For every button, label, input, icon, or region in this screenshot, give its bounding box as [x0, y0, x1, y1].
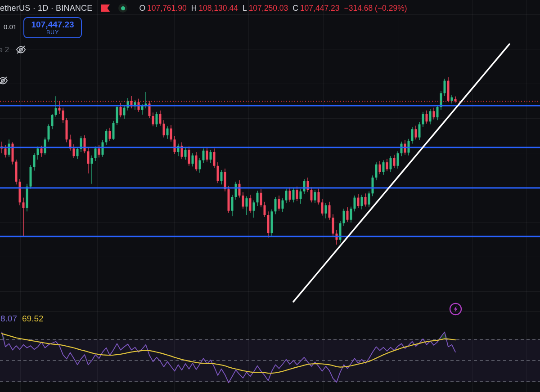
- rsi-ma-value-label: 69.52: [22, 314, 44, 324]
- lightning-icon: [448, 302, 463, 316]
- rsi-value-label: 8.07: [0, 314, 17, 324]
- chart-stage: etherUS · 1D · BINANCE O 107,761.90 H 10…: [0, 0, 540, 392]
- buy-button[interactable]: 107,447.23 BUY: [23, 17, 82, 38]
- lightning-trade-button[interactable]: [448, 302, 463, 316]
- market-status-icon[interactable]: [118, 4, 127, 13]
- top-toolbar: etherUS · 1D · BINANCE O 107,761.90 H 10…: [0, 2, 407, 14]
- hidden-item-label: se 2: [0, 45, 9, 54]
- rsi-indicator-values: 8.07 69.52: [0, 314, 44, 324]
- buy-price: 107,447.23: [31, 20, 74, 29]
- close-value: 107,447.23: [300, 4, 340, 13]
- high-value: 108,130.44: [198, 4, 238, 13]
- change-value: −314.68 (−0.29%): [344, 4, 407, 13]
- flag-icon[interactable]: [100, 4, 111, 13]
- high-label: H: [191, 4, 197, 13]
- ohlc-readout: O 107,761.90 H 108,130.44 L 107,250.03 C…: [139, 4, 407, 13]
- hidden-drawing-row-2: [0, 75, 9, 87]
- price-chart-canvas[interactable]: [0, 0, 540, 392]
- eye-off-icon[interactable]: [0, 75, 9, 87]
- low-value: 107,250.03: [249, 4, 288, 13]
- low-label: L: [243, 4, 247, 13]
- eye-off-icon[interactable]: [15, 44, 27, 56]
- open-value: 107,761.90: [147, 4, 187, 13]
- buy-label: BUY: [46, 30, 59, 36]
- open-label: O: [139, 4, 145, 13]
- close-label: C: [292, 4, 298, 13]
- spread-value: 0.01: [4, 23, 17, 31]
- hidden-drawing-row: se 2: [0, 44, 27, 56]
- trading-chart-app: { "header": { "symbol_line": "etherUS · …: [0, 0, 540, 392]
- symbol-title[interactable]: etherUS · 1D · BINANCE: [0, 4, 92, 13]
